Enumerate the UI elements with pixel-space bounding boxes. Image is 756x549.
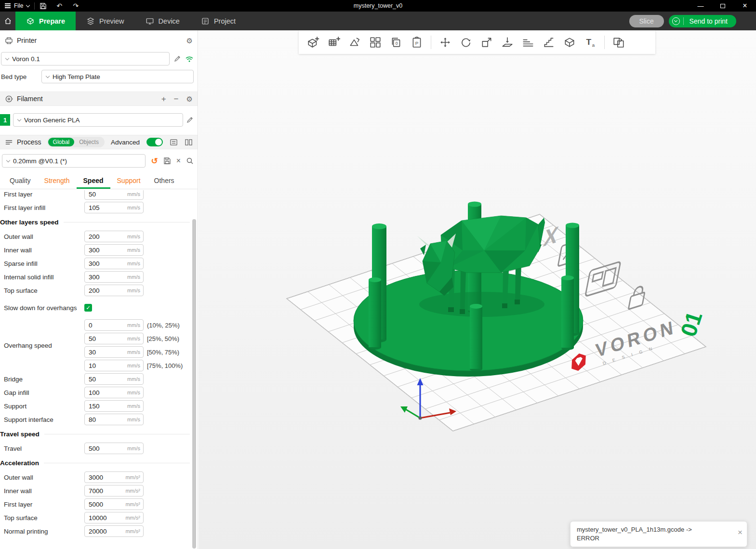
main-nav-bar: Prepare Preview Device Project Slice Sen… xyxy=(0,12,756,30)
internal-solid-infill-speed-input[interactable]: 300mm/s xyxy=(84,271,144,283)
setting-label: Overhang speed xyxy=(4,318,84,372)
setting-label: Top surface xyxy=(4,287,84,295)
tab-quality[interactable]: Quality xyxy=(3,173,38,189)
viewport-3d[interactable] xyxy=(199,30,756,549)
reset-preset-icon[interactable]: ↺ xyxy=(151,157,158,165)
printer-connection-wifi-icon[interactable] xyxy=(185,55,194,63)
lay-on-face-icon[interactable] xyxy=(498,33,517,52)
clear-preset-icon[interactable]: × xyxy=(176,157,181,165)
tab-strength[interactable]: Strength xyxy=(38,173,77,189)
slice-button[interactable]: Slice xyxy=(629,15,664,27)
parameter-list-icon[interactable] xyxy=(170,138,178,146)
setting-row: Slow down for overhangs ✓ xyxy=(0,297,190,318)
outer-wall-speed-input[interactable]: 200mm/s xyxy=(84,231,144,242)
save-icon[interactable] xyxy=(35,0,51,12)
toast-line1: mystery_tower_v0_PLA_1h13m.gcode -> xyxy=(577,525,730,534)
scale-icon[interactable] xyxy=(477,33,496,52)
paste-icon[interactable]: P xyxy=(407,33,426,52)
printer-preset-select[interactable]: Voron 0.1 xyxy=(1,52,170,65)
toast-close-icon[interactable]: × xyxy=(738,528,743,536)
travel-speed-input[interactable]: 500mm/s xyxy=(84,443,144,454)
add-primitive-icon[interactable] xyxy=(304,33,323,52)
filament-slot-badge[interactable]: 1 xyxy=(0,114,10,126)
printer-settings-gear-icon[interactable]: ⚙ xyxy=(186,37,193,44)
split-view-icon[interactable] xyxy=(609,33,628,52)
printer-section-title: Printer xyxy=(17,37,37,44)
top-surface-accel-input[interactable]: 10000mm/s² xyxy=(84,512,144,523)
gap-infill-speed-input[interactable]: 100mm/s xyxy=(84,387,144,398)
svg-text:a: a xyxy=(592,42,595,47)
tab-speed[interactable]: Speed xyxy=(77,173,110,189)
process-section-title: Process xyxy=(17,138,41,146)
undo-icon[interactable]: ↶ xyxy=(51,0,67,12)
sidebar-scrollbar[interactable] xyxy=(192,219,196,549)
tab-support[interactable]: Support xyxy=(110,173,147,189)
edit-filament-icon[interactable] xyxy=(186,116,194,124)
add-plate-icon[interactable] xyxy=(324,33,344,52)
tab-others[interactable]: Others xyxy=(147,173,181,189)
search-settings-icon[interactable] xyxy=(186,157,194,165)
setting-label: Inner wall xyxy=(4,246,84,254)
overhang-speed-1-input[interactable]: 0mm/s xyxy=(84,319,144,331)
window-close-button[interactable]: × xyxy=(734,0,756,12)
home-button[interactable] xyxy=(0,12,15,30)
window-maximize-button[interactable] xyxy=(712,0,734,12)
rotate-icon[interactable] xyxy=(456,33,476,52)
file-menu-label: File xyxy=(14,2,23,9)
inner-wall-accel-input[interactable]: 7000mm/s² xyxy=(84,485,144,497)
arrange-icon[interactable] xyxy=(366,33,385,52)
setting-label: Top surface xyxy=(4,514,84,522)
top-surface-speed-input[interactable]: 200mm/s xyxy=(84,285,144,296)
outer-wall-accel-input[interactable]: 3000mm/s² xyxy=(84,471,144,483)
send-to-print-button[interactable]: Send to print xyxy=(669,15,736,27)
window-minimize-button[interactable]: — xyxy=(690,0,712,12)
bed-type-select[interactable]: High Temp Plate xyxy=(41,70,194,83)
bridge-speed-input[interactable]: 50mm/s xyxy=(84,373,144,385)
advanced-toggle[interactable] xyxy=(146,138,163,146)
remove-filament-icon[interactable]: − xyxy=(174,95,179,103)
edit-printer-icon[interactable] xyxy=(173,55,181,63)
scope-global-pill[interactable]: Global xyxy=(48,138,75,146)
setting-row: Internal solid infill 300mm/s xyxy=(0,270,190,284)
inner-wall-speed-input[interactable]: 300mm/s xyxy=(84,244,144,256)
redo-icon[interactable]: ↷ xyxy=(67,0,84,12)
auto-orient-icon[interactable] xyxy=(345,33,364,52)
sparse-infill-speed-input[interactable]: 300mm/s xyxy=(84,258,144,269)
toast-line2: ERROR xyxy=(577,534,730,543)
assembly-icon[interactable] xyxy=(560,33,579,52)
setting-label: First layer xyxy=(4,190,84,198)
tab-device[interactable]: Device xyxy=(135,12,190,30)
support-speed-input[interactable]: 150mm/s xyxy=(84,400,144,412)
filament-preset-select[interactable]: Voron Generic PLA xyxy=(13,113,183,127)
first-layer-infill-speed-input[interactable]: 105mm/s xyxy=(84,202,144,213)
move-icon[interactable] xyxy=(436,33,455,52)
slow-down-overhangs-checkbox[interactable]: ✓ xyxy=(84,304,92,312)
tab-project[interactable]: Project xyxy=(190,12,246,30)
setting-label: Sparse infill xyxy=(4,260,84,268)
file-menu[interactable]: File xyxy=(0,0,34,12)
send-options-chevron[interactable] xyxy=(669,17,683,25)
scope-objects-pill[interactable]: Objects xyxy=(74,138,104,146)
advanced-label: Advanced xyxy=(111,139,140,146)
svg-text:0: 0 xyxy=(396,41,398,46)
compare-presets-icon[interactable] xyxy=(185,138,193,146)
support-interface-speed-input[interactable]: 80mm/s xyxy=(84,414,144,425)
first-layer-speed-input[interactable]: 50mm/s xyxy=(84,190,144,200)
tab-preview[interactable]: Preview xyxy=(76,12,135,30)
overhang-speed-2-input[interactable]: 50mm/s xyxy=(84,333,144,344)
text-tool-icon[interactable]: Ta xyxy=(581,33,600,52)
overhang-speed-3-input[interactable]: 30mm/s xyxy=(84,346,144,358)
tab-prepare[interactable]: Prepare xyxy=(15,12,76,30)
speed-settings-panel: First layer 50mm/s First layer infill 10… xyxy=(0,190,190,549)
setting-row: Inner wall 300mm/s xyxy=(0,243,190,257)
cut-icon[interactable] xyxy=(539,33,558,52)
process-preset-select[interactable]: 0.20mm @V0.1 (*) xyxy=(2,154,146,168)
first-layer-accel-input[interactable]: 5000mm/s² xyxy=(84,498,144,510)
overhang-speed-4-input[interactable]: 10mm/s xyxy=(84,360,144,371)
normal-printing-accel-input[interactable]: 20000mm/s² xyxy=(84,525,144,537)
copy-icon[interactable]: 0 xyxy=(386,33,406,52)
filament-settings-gear-icon[interactable]: ⚙ xyxy=(186,95,193,103)
variable-layer-height-icon[interactable] xyxy=(518,33,538,52)
add-filament-icon[interactable]: + xyxy=(161,95,166,103)
save-preset-icon[interactable] xyxy=(163,157,171,165)
